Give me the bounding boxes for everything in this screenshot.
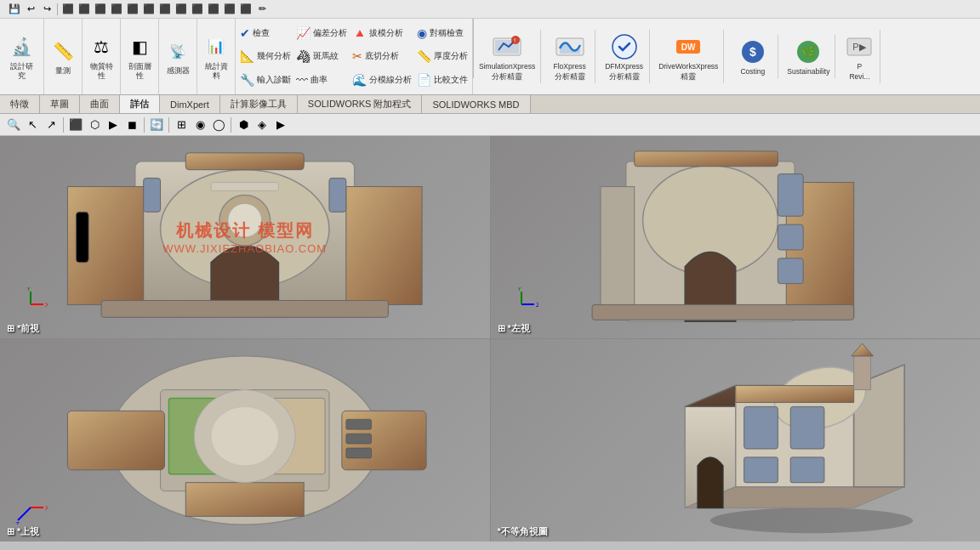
sustainability-btn[interactable]: 🌿 Sustainability — [782, 35, 835, 78]
svg-line-56 — [18, 507, 31, 520]
measure-icon: 📏 — [49, 37, 77, 65]
svg-point-59 — [709, 508, 912, 534]
undercut-icon: ✂ — [352, 49, 362, 63]
thickness-analysis-btn[interactable]: 📏 厚度分析 — [414, 48, 470, 64]
viewport-top[interactable]: X Z ⊞ *上視 — [0, 339, 490, 541]
analysis-col1: ✔ 檢查 📐 幾何分析 🔧 輸入診斷 — [237, 22, 293, 91]
sub-select-icon[interactable]: ↖ — [24, 116, 41, 133]
parting-analysis-btn[interactable]: 🌊 分模線分析 — [350, 72, 414, 88]
undercut-analysis-btn[interactable]: ✂ 底切分析 — [350, 48, 414, 64]
qa-icon-6[interactable]: ⬛ — [93, 2, 108, 17]
sub-sep-4 — [231, 117, 231, 133]
section-btn[interactable]: ◧ 剖面層性 — [121, 19, 159, 94]
symmetry-check-btn[interactable]: ◉ 對稱檢查 — [414, 26, 470, 41]
sub-hex2-icon[interactable]: ⬢ — [235, 116, 252, 133]
top-view-axis: X Z — [14, 490, 48, 524]
tab-render[interactable]: 計算影像工具 — [220, 95, 298, 113]
floxpress-btn[interactable]: FloXpress分析精靈 — [544, 30, 595, 82]
compare-doc-btn[interactable]: 📄 比較文件 — [414, 72, 470, 88]
sub-arrow2-icon[interactable]: ▶ — [105, 116, 122, 133]
costing-btn[interactable]: $ Costing — [727, 35, 778, 78]
viewport-front[interactable]: X Y 机械设计 模型网 WWW.JIXIEZHAOBIAO.COM ⊞ *前視 — [0, 136, 490, 338]
costing-icon: $ — [738, 37, 768, 67]
svg-rect-69 — [744, 457, 778, 483]
sub-box-icon[interactable]: ⬛ — [67, 116, 84, 133]
left-view-label: ⊞ *左視 — [498, 322, 530, 335]
qa-icon-3[interactable]: ↪ — [39, 2, 54, 17]
svg-rect-23 — [101, 300, 388, 317]
tab-sketch[interactable]: 草圖 — [40, 95, 80, 113]
draft-label: 拔模分析 — [369, 27, 403, 39]
qa-icon-4[interactable]: ⬛ — [60, 2, 76, 17]
sensor-btn[interactable]: 📡 感測器 — [159, 19, 197, 94]
svg-text:Y: Y — [517, 287, 522, 292]
qa-icon-11[interactable]: ⬛ — [174, 2, 189, 17]
preview-btn[interactable]: P▶ PRevi... — [839, 30, 880, 82]
measure-label: 量測 — [55, 66, 71, 76]
sub-play-icon[interactable]: ▶ — [272, 116, 289, 133]
curvature-btn[interactable]: 〰 曲率 — [293, 72, 350, 88]
qa-icon-8[interactable]: ⬛ — [125, 2, 140, 17]
zebra-btn[interactable]: 🦓 斑馬紋 — [293, 48, 350, 64]
svg-rect-34 — [778, 174, 803, 217]
front-view-label: ⊞ *前視 — [7, 322, 39, 335]
svg-text:X: X — [45, 301, 48, 309]
qa-icon-15[interactable]: ⬛ — [238, 2, 254, 17]
qa-icon-13[interactable]: ⬛ — [206, 2, 221, 17]
qa-icon-2[interactable]: ↩ — [23, 2, 38, 17]
section-icon: ◧ — [126, 33, 153, 60]
svg-rect-54 — [346, 448, 372, 458]
sub-grid-icon[interactable]: ⊞ — [173, 116, 190, 133]
tab-surface[interactable]: 曲面 — [80, 95, 120, 113]
sub-rotate-icon[interactable]: 🔄 — [148, 116, 165, 133]
check-btn[interactable]: ✔ 檢查 — [237, 26, 293, 41]
svg-rect-67 — [744, 407, 778, 450]
sub-stop-icon[interactable]: ◼ — [123, 116, 140, 133]
dfmxpress-btn[interactable]: DFMXpress分析精靈 — [599, 30, 650, 82]
qa-icon-1[interactable]: 💾 — [7, 2, 22, 17]
tab-mbd[interactable]: SOLIDWORKS MBD — [422, 95, 530, 113]
mass-properties-btn[interactable]: ⚖ 物質特性 — [83, 19, 121, 94]
geometry-analysis-btn[interactable]: 📐 幾何分析 — [237, 48, 293, 64]
qa-icon-9[interactable]: ⬛ — [141, 2, 157, 17]
sub-sep-3 — [168, 117, 169, 133]
sub-circle-icon[interactable]: ◉ — [191, 116, 208, 133]
simulationxpress-btn[interactable]: ! SimulationXpress分析精靈 — [474, 30, 541, 82]
sub-zoom-icon[interactable]: 🔍 — [5, 116, 22, 133]
sub-ring-icon[interactable]: ◯ — [210, 116, 227, 133]
zebra-label: 斑馬紋 — [313, 50, 339, 62]
floxpress-icon — [555, 31, 585, 62]
viewport-left[interactable]: Z Y ⊞ *左視 — [491, 136, 981, 338]
viewport-iso[interactable]: *不等角視圖 — [491, 339, 981, 541]
qa-icon-16[interactable]: ✏ — [254, 2, 270, 17]
qa-icon-7[interactable]: ⬛ — [109, 2, 124, 17]
statistics-btn[interactable]: 📊 統計資料 — [197, 19, 236, 94]
geometry-icon: 📐 — [240, 49, 254, 63]
sensor-icon: 📡 — [164, 37, 191, 65]
measure-btn[interactable]: 📏 量測 — [44, 19, 83, 94]
sustainability-label: Sustainability — [787, 67, 829, 77]
svg-rect-38 — [592, 304, 854, 320]
sub-arrow-icon[interactable]: ↗ — [43, 116, 60, 133]
design-study-btn[interactable]: 🔬 設計研究 — [0, 19, 44, 94]
tab-addins[interactable]: SOLIDWORKS 附加程式 — [298, 95, 423, 113]
qa-icon-14[interactable]: ⬛ — [222, 2, 237, 17]
qa-icon-5[interactable]: ⬛ — [77, 2, 92, 17]
tab-features[interactable]: 特徵 — [0, 95, 40, 113]
tab-dimxpert[interactable]: DimXpert — [160, 95, 220, 113]
deviation-analysis-btn[interactable]: 📈 偏差分析 — [293, 26, 350, 41]
driveworksxpress-btn[interactable]: DW DriveWorksXpress精靈 — [653, 30, 724, 82]
svg-rect-68 — [790, 407, 824, 450]
statistics-label: 統計資料 — [205, 62, 228, 81]
svg-point-19 — [228, 203, 262, 237]
qa-icon-10[interactable]: ⬛ — [157, 2, 173, 17]
import-diagnostics-btn[interactable]: 🔧 輸入診斷 — [237, 72, 293, 88]
deviation-icon: 📈 — [296, 26, 311, 40]
sub-hex-icon[interactable]: ⬡ — [86, 116, 103, 133]
tab-evaluate[interactable]: 詳估 — [120, 95, 160, 113]
draft-analysis-btn[interactable]: 🔺 拔模分析 — [350, 26, 414, 41]
dfmxpress-icon — [609, 31, 640, 62]
sub-diamond-icon[interactable]: ◈ — [254, 116, 271, 133]
qa-icon-12[interactable]: ⬛ — [190, 2, 205, 17]
svg-text:🌿: 🌿 — [801, 45, 817, 60]
